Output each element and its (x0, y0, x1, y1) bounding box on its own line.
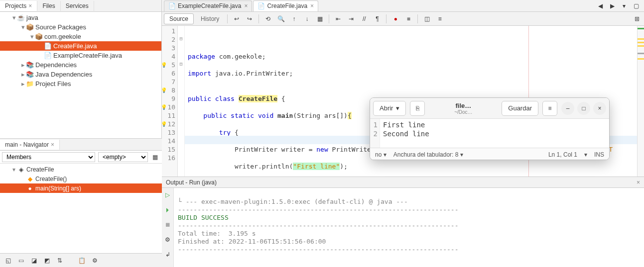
stop-icon[interactable]: ■ (403, 14, 413, 24)
syntax-dropdown[interactable]: no ▾ (375, 151, 386, 158)
prev-bookmark-icon[interactable]: ↑ (289, 14, 299, 24)
editor-menu-icon[interactable]: ⊞ (632, 14, 642, 24)
cursor-position: Ln 1, Col 1 (548, 151, 577, 158)
package-icon: 📦 (26, 23, 34, 31)
options-icon[interactable]: ≡ (435, 14, 445, 24)
uncomment-icon[interactable]: ¶ (372, 14, 382, 24)
editor-tabs: 📄ExampleCreateFile.java× 📄CreateFile.jav… (162, 0, 644, 12)
tab-projects[interactable]: Projects× (0, 1, 37, 11)
gedit-line: First line (383, 120, 606, 129)
split-icon[interactable]: ◫ (422, 14, 432, 24)
history-button[interactable]: History (197, 14, 223, 24)
gedit-window: Abrir ▾ ⎘ file… ~/Doc… Guardar ≡ – □ × 1… (370, 97, 610, 160)
error-stripe[interactable] (637, 26, 644, 177)
java-file-icon: 📄 (258, 2, 265, 9)
filter-icon[interactable]: ⚙ (90, 256, 100, 266)
tree-java-dependencies[interactable]: ▸📚Java Dependencies (0, 70, 161, 79)
nav-class[interactable]: ▾◈CreateFile (0, 165, 162, 174)
navigator-tab[interactable]: main - Navigator× (0, 140, 60, 150)
hamburger-icon[interactable]: ≡ (542, 101, 557, 116)
settings-icon[interactable]: ⚙ (163, 235, 173, 245)
next-bookmark-icon[interactable]: ↓ (302, 14, 312, 24)
editor-tab-createfile[interactable]: 📄CreateFile.java× (253, 0, 318, 11)
output-text[interactable]: └ --- exec-maven-plugin:1.5.0:exec (defa… (174, 188, 644, 267)
close-icon[interactable]: × (244, 2, 248, 9)
fields-icon[interactable]: ▭ (16, 256, 26, 266)
gedit-statusbar: no ▾ Anchura del tabulador: 8 ▾ Ln 1, Co… (370, 148, 609, 160)
gedit-gutter: 12 (370, 119, 380, 148)
tree-src-packages[interactable]: ▾📦Source Packages (0, 22, 161, 32)
navigator-filter: Members <empty> ▦ (0, 151, 162, 164)
close-icon[interactable]: × (310, 2, 314, 9)
coffee-icon: ☕ (17, 14, 25, 22)
insert-mode[interactable]: INS (594, 151, 604, 158)
tree-project[interactable]: ▾☕java (0, 13, 161, 22)
gedit-title: file… ~/Doc… (429, 102, 498, 115)
filter-config-icon[interactable]: ▦ (150, 152, 160, 162)
stop-icon[interactable]: ⏹ (163, 220, 173, 230)
forward-icon[interactable]: ↪ (245, 14, 255, 24)
last-edit-icon[interactable]: ⟲ (263, 14, 273, 24)
next-tab-icon[interactable]: ▶ (607, 1, 617, 11)
new-tab-icon[interactable]: ⎘ (410, 101, 425, 116)
dropdown-tabs-icon[interactable]: ▾ (619, 1, 629, 11)
goto-dropdown[interactable]: ▾ (584, 151, 587, 158)
scope-dropdown[interactable]: <empty> (98, 152, 148, 162)
close-icon[interactable]: × (637, 179, 640, 186)
projects-tabs: Projects× Files Services (0, 0, 161, 12)
editor-tab-example[interactable]: 📄ExampleCreateFile.java× (164, 0, 252, 11)
tab-services[interactable]: Services (61, 1, 94, 11)
shift-left-icon[interactable]: ⇤ (333, 14, 343, 24)
shift-right-icon[interactable]: ⇥ (346, 14, 356, 24)
tree-package[interactable]: ▾📦com.geekole (0, 32, 161, 41)
find-sel-icon[interactable]: 🔍 (276, 14, 286, 24)
files-icon: 📁 (26, 80, 34, 88)
tree-file-examplecreatefile[interactable]: 📄ExampleCreateFile.java (0, 51, 161, 60)
java-file-icon: 📄 (44, 42, 52, 50)
navigator-tree: ▾◈CreateFile ◆CreateFile() ●main(String[… (0, 164, 162, 253)
rerun-icon[interactable]: ▷ (163, 190, 173, 200)
gedit-text-area[interactable]: 12 First line Second line (370, 119, 609, 148)
maximize-icon[interactable]: □ (577, 102, 590, 115)
run-icon[interactable]: ● (390, 14, 400, 24)
close-icon[interactable]: × (593, 102, 606, 115)
members-dropdown[interactable]: Members (2, 152, 95, 162)
source-button[interactable]: Source (164, 13, 194, 24)
back-icon[interactable]: ↩ (232, 14, 242, 24)
tab-width-dropdown[interactable]: Anchura del tabulador: 8 ▾ (393, 151, 463, 158)
wrap-icon[interactable]: ↲ (163, 250, 173, 260)
tree-file-createfile[interactable]: 📄CreateFile.java (0, 41, 161, 51)
maximize-icon[interactable]: ▢ (631, 1, 641, 11)
save-button[interactable]: Guardar (502, 101, 538, 116)
output-gutter: ▷ ⏵ ⏹ ⚙ ↲ (162, 188, 174, 267)
project-tree: ▾☕java ▾📦Source Packages ▾📦com.geekole 📄… (0, 12, 161, 137)
inherited-icon[interactable]: ◱ (3, 256, 13, 266)
sort-icon[interactable]: ⇅ (55, 256, 65, 266)
static-icon[interactable]: ◪ (29, 256, 39, 266)
tab-files[interactable]: Files (37, 1, 60, 11)
gedit-line: Second line (383, 129, 606, 138)
open-button[interactable]: Abrir ▾ (373, 101, 406, 116)
fold-gutter[interactable]: ⊟⊟ (178, 26, 185, 177)
nonpublic-icon[interactable]: ◩ (42, 256, 52, 266)
constructor-icon: ◆ (26, 175, 34, 183)
output-title: Output - Run (java) (166, 179, 217, 186)
doc-icon[interactable]: 📋 (77, 256, 87, 266)
nav-constructor[interactable]: ◆CreateFile() (0, 174, 162, 183)
line-gutter: 1234 567 8910 111213 141516 (162, 26, 178, 177)
tree-project-files[interactable]: ▸📁Project Files (0, 79, 161, 89)
minimize-icon[interactable]: – (561, 102, 574, 115)
toggle-highlight-icon[interactable]: ▦ (315, 14, 325, 24)
close-icon[interactable]: × (51, 141, 54, 148)
lib-icon: 📚 (26, 61, 34, 69)
navigator-toolbar: ◱ ▭ ◪ ◩ ⇅ 📋 ⚙ (0, 253, 162, 267)
comment-icon[interactable]: // (359, 14, 369, 24)
class-icon: ◈ (17, 166, 25, 174)
java-file-icon: 📄 (168, 2, 176, 9)
prev-tab-icon[interactable]: ◀ (595, 1, 605, 11)
close-icon[interactable]: × (28, 2, 32, 9)
tree-dependencies[interactable]: ▸📚Dependencies (0, 60, 161, 70)
rerun-all-icon[interactable]: ⏵ (163, 205, 173, 215)
gedit-header[interactable]: Abrir ▾ ⎘ file… ~/Doc… Guardar ≡ – □ × (370, 98, 609, 119)
nav-main[interactable]: ●main(String[] ars) (0, 183, 162, 193)
